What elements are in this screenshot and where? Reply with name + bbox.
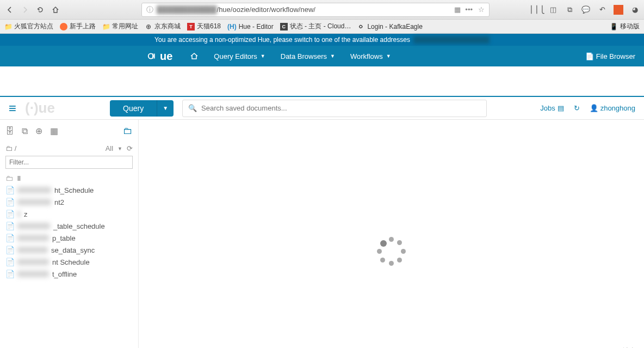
db-icon[interactable]: 🗄: [5, 126, 14, 136]
notice-bar: You are accessing a non-optimized Hue, p…: [0, 34, 644, 46]
doc-name-suffix: p_table: [52, 234, 76, 242]
addon-icon[interactable]: ⧉: [565, 5, 574, 15]
doc-list: 🗀ll📄ht_Schedule📄nt2📄z📄_table_schedule📄p_…: [5, 172, 133, 280]
library-icon[interactable]: ⎪⎪⎩: [532, 5, 542, 15]
doc-name-suffix: t_offline: [52, 270, 77, 278]
star-icon[interactable]: ☆: [478, 5, 485, 14]
nav-workflows[interactable]: Workflows▼: [343, 52, 399, 60]
cloud-icon: C: [280, 23, 288, 30]
bookmark-item[interactable]: ⊕京东商城: [145, 22, 181, 31]
header-right: Jobs ▤ ↻ 👤zhonghong: [540, 104, 635, 112]
list-item[interactable]: 📄nt Schedule: [5, 256, 133, 268]
chat-icon[interactable]: 💬: [581, 5, 591, 15]
search-box[interactable]: 🔍: [182, 100, 487, 117]
list-item[interactable]: 📄p_table: [5, 232, 133, 244]
list-item[interactable]: 🗀ll: [5, 172, 133, 184]
doc-name-suffix: ll: [17, 174, 21, 182]
more-icon[interactable]: •••: [465, 5, 473, 14]
filter-input[interactable]: [5, 156, 133, 169]
browser-toolbar: ⓘ ████████████/hue/oozie/editor/workflow…: [0, 0, 644, 20]
jobs-link[interactable]: Jobs ▤: [540, 104, 564, 112]
doc-icon: 📄: [5, 198, 14, 206]
doc-name-suffix: nt2: [54, 198, 64, 206]
nav-file-browser[interactable]: 📄 File Browser: [585, 52, 635, 60]
folder-icon: 🗀: [5, 174, 14, 182]
undo-icon[interactable]: ↶: [597, 5, 607, 15]
firefox-icon: [60, 23, 67, 30]
redacted: [17, 235, 49, 241]
list-item[interactable]: 📄nt2: [5, 196, 133, 208]
doc-name-suffix: z: [24, 210, 28, 218]
back-button[interactable]: [4, 4, 15, 15]
filter-scope[interactable]: All ▼ ⟳: [106, 144, 133, 152]
bookmark-item[interactable]: C状态 - 主页 - Cloud…: [280, 22, 351, 31]
doc-icon: 📄: [5, 186, 14, 194]
bookmark-item[interactable]: ⭘Login - KafkaEagle: [357, 23, 422, 30]
documents-icon[interactable]: 🗀: [123, 125, 133, 137]
profile-icon[interactable]: ◕: [630, 5, 640, 15]
info-icon: ⓘ: [146, 5, 153, 15]
bookmarks-bar: 📁火狐官方站点 新手上路 📁常用网址 ⊕京东商城 T天猫618 (H)Hue -…: [0, 20, 644, 34]
doc-name-suffix: _table_schedule: [53, 222, 105, 230]
doc-icon: 📄: [5, 210, 14, 218]
forward-button[interactable]: [20, 4, 30, 15]
user-menu[interactable]: 👤zhonghong: [590, 104, 635, 112]
query-dropdown[interactable]: ▼: [157, 100, 174, 117]
hue-icon: (H): [227, 23, 237, 30]
bookmark-item[interactable]: 新手上路: [60, 22, 96, 31]
bookmark-item[interactable]: 📁常用网址: [102, 22, 138, 31]
notice-text: You are accessing a non-optimized Hue, p…: [154, 36, 410, 44]
file-icon: 📄: [585, 52, 594, 60]
body: 🗄 ⧉ ⊕ ▦ 🗀 🗀 / All ▼ ⟳ 🗀ll📄ht_Schedule📄nt…: [0, 120, 644, 348]
hamburger-button[interactable]: ≡: [9, 101, 16, 116]
url-bar[interactable]: ⓘ ████████████/hue/oozie/editor/workflow…: [141, 3, 490, 17]
doc-name-suffix: ht_Schedule: [54, 186, 94, 194]
zoom-icon[interactable]: ⊕: [35, 126, 42, 136]
notice-hidden: [413, 36, 490, 44]
bookmark-item[interactable]: (H)Hue - Editor: [227, 23, 274, 30]
history-icon[interactable]: ↻: [574, 104, 580, 112]
breadcrumb[interactable]: 🗀 /: [5, 144, 16, 152]
doc-icon: 📄: [5, 246, 14, 254]
redacted: [17, 199, 51, 205]
copy-icon[interactable]: ⧉: [22, 126, 28, 136]
redacted: [17, 187, 51, 193]
sidebar: 🗄 ⧉ ⊕ ▦ 🗀 🗀 / All ▼ ⟳ 🗀ll📄ht_Schedule📄nt…: [0, 120, 139, 348]
redacted: [17, 271, 49, 277]
mobile-link[interactable]: 📱移动版: [610, 22, 640, 31]
extension-icon[interactable]: [614, 5, 623, 15]
qr-icon[interactable]: ▦: [454, 5, 460, 14]
list-item[interactable]: 📄t_offline: [5, 268, 133, 280]
list-item[interactable]: 📄ht_Schedule: [5, 184, 133, 196]
sidebar-tools: 🗄 ⧉ ⊕ ▦ 🗀: [5, 125, 133, 137]
doc-name-suffix: nt Schedule: [52, 258, 90, 266]
refresh-icon[interactable]: ⟳: [127, 144, 133, 152]
query-button[interactable]: Query: [110, 100, 157, 117]
main-header: ≡ (·)ue Query ▼ 🔍 Jobs ▤ ↻ 👤zhonghong: [0, 96, 644, 120]
jobs-icon: ▤: [558, 104, 564, 112]
hue-logo[interactable]: ue: [147, 50, 172, 63]
redacted: [17, 223, 50, 229]
search-input[interactable]: [201, 104, 481, 112]
grid-icon[interactable]: ▦: [50, 126, 58, 136]
nav-data-browsers[interactable]: Data Browsers▼: [273, 52, 343, 60]
bookmark-item[interactable]: 📁火狐官方站点: [4, 22, 53, 31]
list-item[interactable]: 📄_table_schedule: [5, 220, 133, 232]
brand-logo-faded: (·)ue: [25, 100, 74, 117]
doc-name-suffix: se_data_sync: [51, 246, 95, 254]
nav-home[interactable]: [182, 52, 206, 60]
doc-icon: 📄: [5, 234, 14, 242]
toolbar-right: ⎪⎪⎩ ◫ ⧉ 💬 ↶ ◕: [532, 5, 640, 15]
sidebar-icon[interactable]: ◫: [548, 5, 558, 15]
url-text: ████████████/hue/oozie/editor/workflow/n…: [157, 5, 454, 14]
reload-button[interactable]: [35, 4, 46, 15]
query-button-group: Query ▼: [110, 100, 174, 117]
nav-query-editors[interactable]: Query Editors▼: [206, 52, 273, 60]
home-button[interactable]: [50, 4, 61, 15]
breadcrumb-row: 🗀 / All ▼ ⟳: [5, 144, 133, 152]
bookmark-item[interactable]: T天猫618: [187, 22, 221, 31]
loading-spinner: [375, 235, 408, 268]
tmall-icon: T: [187, 23, 195, 30]
list-item[interactable]: 📄z: [5, 208, 133, 220]
list-item[interactable]: 📄se_data_sync: [5, 244, 133, 256]
